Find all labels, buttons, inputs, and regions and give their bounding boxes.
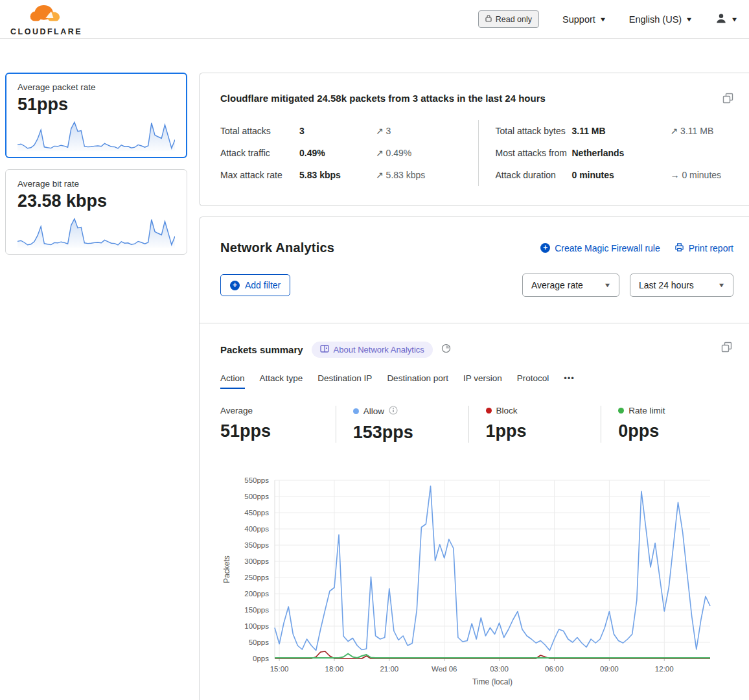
- svg-text:15:00: 15:00: [270, 665, 289, 673]
- metric-card-bit-rate[interactable]: Average bit rate23.58 kbps: [5, 169, 187, 255]
- svg-text:500pps: 500pps: [244, 493, 269, 500]
- svg-text:0pps: 0pps: [253, 655, 269, 662]
- summary-stat-label: Total attacks: [220, 123, 299, 139]
- packet-stat-label: Rate limit: [628, 406, 665, 415]
- summary-stat-value: 3.11 MB: [572, 123, 671, 139]
- summary-stat-row: Total attack bytes3.11 MB↗ 3.11 MB: [496, 120, 734, 142]
- chevron-down-icon: ▼: [604, 282, 612, 288]
- summary-stat-delta: → 0 minutes: [671, 167, 734, 183]
- svg-text:Time (local): Time (local): [472, 677, 513, 686]
- svg-text:250pps: 250pps: [244, 574, 269, 581]
- language-label: English (US): [629, 14, 682, 25]
- svg-text:09:00: 09:00: [600, 665, 619, 673]
- summary-stats-left: Total attacks3↗ 3Attack traffic0.49%↗ 0.…: [220, 120, 478, 186]
- packet-stat-label-row: Block: [486, 406, 601, 415]
- chevron-down-icon: ▼: [718, 282, 726, 288]
- packet-stat-label: Allow: [363, 406, 384, 416]
- summary-stat-delta: ↗ 3: [376, 123, 459, 139]
- about-pill-label: About Network Analytics: [334, 345, 424, 355]
- svg-text:Wed 06: Wed 06: [432, 665, 457, 673]
- packet-stat-label: Block: [496, 406, 518, 415]
- svg-text:06:00: 06:00: [545, 665, 564, 673]
- summary-stat-label: Max attack rate: [220, 167, 299, 183]
- summary-stat-value: 3: [299, 123, 376, 139]
- tab-protocol[interactable]: Protocol: [517, 373, 549, 389]
- metric-card-packet-rate[interactable]: Average packet rate51pps: [5, 73, 187, 158]
- main-column: Cloudflare mitigated 24.58k packets from…: [199, 73, 749, 700]
- info-icon[interactable]: [389, 406, 398, 417]
- tab-destination-ip[interactable]: Destination IP: [317, 373, 372, 389]
- read-only-label: Read only: [496, 15, 532, 24]
- svg-text:18:00: 18:00: [325, 665, 344, 673]
- sparkline-chart: [17, 119, 175, 152]
- svg-text:50pps: 50pps: [249, 638, 270, 646]
- svg-text:450pps: 450pps: [244, 509, 269, 517]
- packet-stat-value: 153pps: [353, 423, 468, 443]
- summary-stat-value: 0.49%: [299, 145, 376, 161]
- create-magic-firewall-rule-link[interactable]: + Create Magic Firewall rule: [540, 243, 660, 253]
- metric-card-value: 51pps: [17, 95, 175, 115]
- copy-summary-button[interactable]: [722, 93, 733, 106]
- dimension-tabs: ActionAttack typeDestination IPDestinati…: [220, 373, 733, 389]
- summary-stat-value: Netherlands: [572, 145, 671, 161]
- chevron-down-icon: ▼: [731, 16, 739, 23]
- chevron-down-icon: ▼: [599, 16, 607, 23]
- packet-stat-rate-limit: Rate limit0pps: [601, 406, 733, 443]
- svg-text:150pps: 150pps: [244, 606, 269, 614]
- summary-stat-row: Attack duration0 minutes→ 0 minutes: [496, 164, 734, 186]
- packet-stat-average: Average51pps: [220, 406, 336, 443]
- copy-packets-button[interactable]: [721, 342, 732, 355]
- user-icon: [715, 12, 727, 26]
- more-tabs-button[interactable]: •••: [564, 373, 575, 389]
- packet-stat-value: 51pps: [220, 421, 336, 441]
- summary-stat-label: Total attack bytes: [496, 123, 572, 139]
- history-clock-icon[interactable]: [441, 344, 451, 356]
- packet-stat-label: Average: [220, 406, 253, 415]
- time-range-select[interactable]: Last 24 hours ▼: [630, 274, 733, 297]
- tab-attack-type[interactable]: Attack type: [260, 373, 303, 389]
- language-menu[interactable]: English (US) ▼: [629, 14, 692, 25]
- packet-stats-row: Average51ppsAllow153ppsBlock1ppsRate lim…: [220, 406, 733, 443]
- svg-text:350pps: 350pps: [244, 541, 269, 549]
- summary-stat-label: Attack duration: [496, 167, 572, 183]
- svg-text:Packets: Packets: [222, 555, 231, 583]
- account-menu[interactable]: ▼: [715, 12, 737, 26]
- time-range-value: Last 24 hours: [639, 280, 694, 290]
- attack-summary-title: Cloudflare mitigated 24.58k packets from…: [220, 93, 546, 104]
- summary-stat-value: 5.83 kbps: [299, 167, 376, 183]
- read-only-badge: Read only: [478, 10, 539, 28]
- summary-stat-row: Total attacks3↗ 3: [220, 120, 459, 142]
- summary-stat-row: Most attacks fromNetherlands: [496, 142, 734, 164]
- support-menu[interactable]: Support ▼: [562, 14, 606, 25]
- network-analytics-card: Network Analytics + Create Magic Firewal…: [199, 216, 749, 700]
- series-line-rate-limit: [275, 654, 710, 659]
- packets-chart: 0pps50pps100pps150pps200pps250pps300pps3…: [220, 474, 733, 692]
- create-rule-label: Create Magic Firewall rule: [555, 243, 660, 253]
- svg-text:12:00: 12:00: [655, 665, 674, 673]
- packet-stat-label-row: Allow: [353, 406, 468, 417]
- tab-action[interactable]: Action: [220, 373, 245, 389]
- svg-text:300pps: 300pps: [244, 557, 269, 565]
- metric-cards-column: Average packet rate51ppsAverage bit rate…: [5, 73, 187, 255]
- metric-select-value: Average rate: [531, 280, 583, 290]
- series-color-dot: [353, 408, 359, 414]
- packets-time-series-chart[interactable]: 0pps50pps100pps150pps200pps250pps300pps3…: [220, 474, 719, 692]
- svg-text:21:00: 21:00: [380, 665, 398, 673]
- tab-ip-version[interactable]: IP version: [463, 373, 502, 389]
- add-filter-button[interactable]: + Add filter: [220, 274, 290, 296]
- about-network-analytics-pill[interactable]: About Network Analytics: [312, 342, 433, 358]
- metric-card-label: Average bit rate: [17, 179, 175, 189]
- summary-stat-row: Max attack rate5.83 kbps↗ 5.83 kbps: [220, 164, 459, 186]
- packet-stat-block: Block1pps: [468, 406, 601, 443]
- printer-icon: [674, 242, 684, 254]
- cloudflare-logo[interactable]: CLOUDFLARE: [10, 2, 82, 36]
- sparkline-chart: [17, 215, 175, 249]
- print-report-label: Print report: [689, 243, 733, 253]
- tab-destination-port[interactable]: Destination port: [387, 373, 448, 389]
- print-report-link[interactable]: Print report: [674, 242, 733, 254]
- packets-summary-title: Packets summary: [220, 344, 303, 355]
- svg-text:03:00: 03:00: [490, 665, 509, 673]
- metric-select[interactable]: Average rate ▼: [522, 274, 619, 297]
- packets-summary-section: Packets summary About Network Analytics: [200, 323, 749, 692]
- packet-stat-allow: Allow153pps: [336, 406, 468, 443]
